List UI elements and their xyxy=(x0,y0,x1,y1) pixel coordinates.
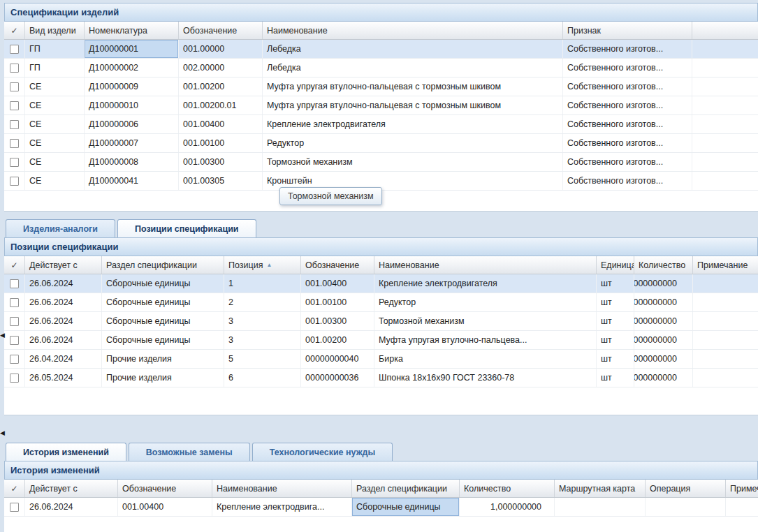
row-select-cell[interactable] xyxy=(4,96,25,114)
row-select-cell[interactable] xyxy=(4,77,25,96)
cell-name[interactable]: Крепление электродвига... xyxy=(212,498,352,516)
col-header-route-map[interactable]: Маршрутная карта xyxy=(555,480,646,497)
row-select-cell[interactable] xyxy=(4,153,25,171)
cell-section[interactable]: Прочие изделия xyxy=(102,369,224,387)
col-header-operation[interactable]: Операция xyxy=(646,480,726,497)
cell-effective-date[interactable]: 26.05.2024 xyxy=(25,369,102,387)
row-checkbox[interactable] xyxy=(10,177,19,186)
cell-nomenclature[interactable]: Д100000041 xyxy=(85,172,179,190)
cell-effective-date[interactable]: 26.06.2024 xyxy=(25,498,118,516)
cell-quantity[interactable]: 1,000000000 xyxy=(634,274,693,293)
row-checkbox[interactable] xyxy=(10,279,19,288)
cell-product-kind[interactable]: ГП xyxy=(25,40,85,58)
spec-row[interactable]: СЕ Д100000009 001.00200 Муфта упругая вт… xyxy=(4,77,758,96)
cell-position[interactable]: 5 xyxy=(224,350,301,368)
splitter-collapse-icon[interactable]: ◀ xyxy=(0,330,8,341)
row-checkbox[interactable] xyxy=(10,374,19,383)
cell-product-kind[interactable]: СЕ xyxy=(25,172,85,190)
history-row[interactable]: 26.06.2024 001.00400 Крепление электродв… xyxy=(4,498,758,517)
cell-designation[interactable]: 001.00300 xyxy=(301,312,374,330)
cell-designation[interactable]: 001.00300 xyxy=(179,153,263,171)
cell-designation[interactable]: 001.00000 xyxy=(179,40,263,58)
cell-note[interactable] xyxy=(693,293,758,311)
cell-unit[interactable]: шт xyxy=(597,293,634,311)
spec-row[interactable]: ГП Д100000001 001.00000 Лебедка Собствен… xyxy=(4,40,758,59)
cell-name[interactable]: Муфта упругая втулочно-пальцевая с тормо… xyxy=(263,77,563,96)
cell-designation[interactable]: 001.00400 xyxy=(179,115,263,133)
col-header-quantity[interactable]: Количество xyxy=(634,256,693,274)
cell-designation[interactable]: 001.00400 xyxy=(301,274,374,293)
cell-product-kind[interactable]: СЕ xyxy=(25,153,85,171)
cell-name[interactable]: Шпонка 18х16х90 ГОСТ 23360-78 xyxy=(374,369,597,387)
position-row[interactable]: 26.06.2024 Сборочные единицы 2 001.00100… xyxy=(4,293,758,312)
cell-note[interactable] xyxy=(693,369,758,387)
tab-technological-needs[interactable]: Технологические нужды xyxy=(252,443,393,461)
cell-name[interactable]: Редуктор xyxy=(263,134,563,152)
cell-attribute[interactable]: Собственного изготов... xyxy=(563,153,692,171)
position-row[interactable]: 26.06.2024 Сборочные единицы 1 001.00400… xyxy=(4,274,758,293)
cell-nomenclature[interactable]: Д100000002 xyxy=(85,59,179,77)
cell-name[interactable]: Крепление электродвигателя xyxy=(263,115,563,133)
cell-unit[interactable]: шт xyxy=(597,369,634,387)
cell-quantity[interactable]: 1,000000000 xyxy=(634,312,693,330)
cell-product-kind[interactable]: СЕ xyxy=(25,115,85,133)
row-checkbox[interactable] xyxy=(10,101,19,110)
cell-position[interactable]: 1 xyxy=(224,274,301,293)
row-select-cell[interactable] xyxy=(4,115,25,133)
cell-nomenclature[interactable]: Д100000009 xyxy=(85,77,179,96)
row-checkbox[interactable] xyxy=(10,139,19,148)
position-row[interactable]: 26.06.2024 Сборочные единицы 3 001.00300… xyxy=(4,312,758,331)
row-checkbox[interactable] xyxy=(10,82,19,91)
cell-unit[interactable]: шт xyxy=(597,350,634,368)
cell-section[interactable]: Сборочные единицы xyxy=(102,274,224,293)
spec-row[interactable]: СЕ Д100000007 001.00100 Редуктор Собстве… xyxy=(4,134,758,153)
cell-product-kind[interactable]: СЕ xyxy=(25,77,85,96)
col-header-section[interactable]: Раздел спецификации xyxy=(102,256,224,274)
select-all-header-cell[interactable]: ✓ xyxy=(4,22,25,39)
cell-attribute[interactable]: Собственного изготов... xyxy=(563,96,692,114)
col-header-nomenclature[interactable]: Номенклатура xyxy=(85,22,179,39)
row-checkbox[interactable] xyxy=(10,45,19,54)
cell-designation[interactable]: 001.00200 xyxy=(179,77,263,96)
cell-section[interactable]: Прочие изделия xyxy=(102,350,224,368)
row-checkbox[interactable] xyxy=(10,158,19,167)
cell-effective-date[interactable]: 26.06.2024 xyxy=(25,312,102,330)
cell-name[interactable]: Крепление электродвигателя xyxy=(374,274,597,293)
cell-operation[interactable] xyxy=(646,498,726,516)
col-header-effective-date[interactable]: Действует с xyxy=(25,256,102,274)
cell-nomenclature[interactable]: Д100000007 xyxy=(85,134,179,152)
spec-row[interactable]: ГП Д100000002 002.00000 Лебедка Собствен… xyxy=(4,59,758,77)
cell-section[interactable]: Сборочные единицы xyxy=(102,312,224,330)
tab-analog-products[interactable]: Изделия-аналоги xyxy=(6,219,115,237)
cell-name[interactable]: Муфта упругая втулочно-пальцевая с тормо… xyxy=(263,96,563,114)
row-select-cell[interactable] xyxy=(4,350,25,368)
row-checkbox[interactable] xyxy=(10,64,19,73)
cell-name[interactable]: Лебедка xyxy=(263,40,563,58)
cell-designation[interactable]: 001.00200 xyxy=(301,331,374,349)
cell-note[interactable] xyxy=(693,331,758,349)
cell-position[interactable]: 6 xyxy=(224,369,301,387)
col-header-product-kind[interactable]: Вид издели xyxy=(25,22,85,39)
row-select-cell[interactable] xyxy=(4,293,25,311)
cell-designation[interactable]: 001.00100 xyxy=(301,293,374,311)
cell-attribute[interactable]: Собственного изготов... xyxy=(563,115,692,133)
cell-nomenclature[interactable]: Д100000001 xyxy=(85,40,179,58)
col-header-unit[interactable]: Единица xyxy=(597,256,634,274)
cell-nomenclature[interactable]: Д100000008 xyxy=(85,153,179,171)
col-header-designation[interactable]: Обозначение xyxy=(118,480,212,497)
cell-name[interactable]: Редуктор xyxy=(374,293,597,311)
col-header-section[interactable]: Раздел спецификации xyxy=(352,480,460,497)
col-header-name[interactable]: Наименование xyxy=(212,480,352,497)
col-header-designation[interactable]: Обозначение xyxy=(301,256,374,274)
cell-quantity[interactable]: 1,000000000 xyxy=(634,350,693,368)
cell-quantity[interactable]: 10,000000000 xyxy=(634,369,693,387)
hscroll-left-arrow[interactable]: ◀ xyxy=(0,427,8,438)
row-checkbox[interactable] xyxy=(10,503,19,512)
row-select-cell[interactable] xyxy=(4,40,25,58)
position-row[interactable]: 26.06.2024 Сборочные единицы 3 001.00200… xyxy=(4,331,758,350)
tab-possible-replacements[interactable]: Возможные замены xyxy=(129,443,250,461)
cell-nomenclature[interactable]: Д100000006 xyxy=(85,115,179,133)
spec-row[interactable]: СЕ Д100000010 001.00200.01 Муфта упругая… xyxy=(4,96,758,115)
row-select-cell[interactable] xyxy=(4,369,25,387)
col-header-attribute[interactable]: Признак xyxy=(563,22,692,39)
